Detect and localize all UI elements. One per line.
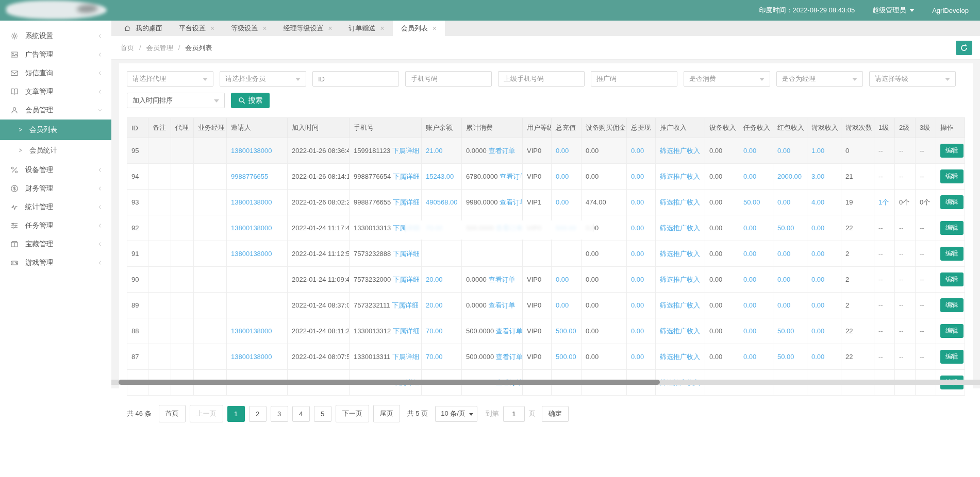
- cell-withdraw: 0.00: [627, 318, 656, 344]
- sidebar-item-2[interactable]: 短信查询: [0, 64, 111, 82]
- sidebar-subitem-1[interactable]: >会员统计: [0, 140, 111, 161]
- edit-button[interactable]: 编辑: [940, 144, 964, 158]
- tab-0[interactable]: 我的桌面: [115, 21, 171, 36]
- tab-4[interactable]: 订单赠送×: [341, 21, 393, 36]
- column-header-17: 游戏收入: [807, 118, 841, 138]
- breadcrumb-member-mgmt[interactable]: 会员管理: [146, 43, 173, 53]
- pagination-page-1[interactable]: 1: [227, 406, 245, 422]
- tab-close-icon[interactable]: ×: [328, 25, 332, 32]
- sidebar-item-4[interactable]: 会员管理: [0, 101, 111, 120]
- cell-remark: [148, 293, 171, 318]
- sidebar-item-5[interactable]: 设备管理: [0, 161, 111, 179]
- tab-close-icon[interactable]: ×: [433, 25, 437, 32]
- sidebar-item-9[interactable]: 宝藏管理: [0, 235, 111, 253]
- filter-input-2[interactable]: ID: [312, 71, 399, 87]
- sub-detail-link[interactable]: 下属详细: [393, 276, 420, 283]
- pagination-page-2[interactable]: 2: [249, 406, 267, 422]
- edit-button[interactable]: 编辑: [940, 272, 964, 286]
- sidebar-item-6[interactable]: 财务管理: [0, 179, 111, 198]
- pagination-next-button[interactable]: 下一页: [336, 405, 369, 422]
- promo-income-link[interactable]: 筛选推广收入: [660, 250, 700, 258]
- sub-detail-link[interactable]: 下属详细: [392, 353, 419, 361]
- cell-agent: [171, 344, 194, 370]
- sidebar-item-0[interactable]: 系统设置: [0, 27, 111, 45]
- edit-button[interactable]: 编辑: [940, 350, 964, 364]
- sidebar-item-8[interactable]: 任务管理: [0, 216, 111, 235]
- sidebar-item-1[interactable]: 广告管理: [0, 45, 111, 64]
- goto-confirm-button[interactable]: 确定: [542, 406, 569, 422]
- sub-detail-link[interactable]: 下属详细: [393, 173, 420, 180]
- view-orders-link[interactable]: 查看订单: [488, 147, 515, 155]
- edit-button[interactable]: 编辑: [940, 195, 964, 209]
- filter-select-6[interactable]: 是否消费: [684, 71, 770, 87]
- filter-select-8[interactable]: 请选择等级: [869, 71, 956, 87]
- edit-button[interactable]: 编辑: [940, 221, 964, 235]
- pagination-prev-button[interactable]: 上一页: [190, 405, 223, 422]
- admin-role-label: 超级管理员: [872, 6, 906, 15]
- sidebar-subitem-0[interactable]: >会员列表: [0, 120, 111, 140]
- pagination-page-5[interactable]: 5: [314, 406, 331, 422]
- view-orders-link[interactable]: 查看订单: [500, 198, 522, 206]
- sub-detail-link[interactable]: 下属详细: [393, 327, 420, 335]
- pagination-page-3[interactable]: 3: [271, 406, 288, 422]
- sort-select[interactable]: 加入时间排序: [127, 93, 225, 108]
- cell-redpacket_income: 50.00: [773, 344, 807, 370]
- server-time: 印度时间：2022-08-29 08:43:05: [759, 6, 855, 15]
- page-size-select[interactable]: 10 条/页: [435, 406, 477, 422]
- breadcrumb-home[interactable]: 首页: [121, 43, 134, 53]
- tab-1[interactable]: 平台设置×: [171, 21, 223, 36]
- filter-input-5[interactable]: 推广码: [591, 71, 677, 87]
- pagination-page-4[interactable]: 4: [292, 406, 310, 422]
- sidebar-item-3[interactable]: 文章管理: [0, 82, 111, 101]
- tab-close-icon[interactable]: ×: [262, 25, 267, 32]
- filter-select-0[interactable]: 请选择代理: [127, 71, 213, 87]
- edit-button[interactable]: 编辑: [940, 247, 964, 261]
- filter-input-4[interactable]: 上级手机号码: [498, 71, 585, 87]
- horizontal-scrollbar[interactable]: [111, 380, 980, 385]
- phone-number: 1330013312: [354, 327, 391, 335]
- sidebar-item-7[interactable]: 统计管理: [0, 198, 111, 216]
- chevron-left-icon: [97, 223, 103, 229]
- tab-5[interactable]: 会员列表×: [393, 21, 445, 36]
- edit-button[interactable]: 编辑: [940, 298, 964, 312]
- promo-income-link[interactable]: 筛选推广收入: [660, 353, 700, 361]
- filter-select-7[interactable]: 是否为经理: [776, 71, 863, 87]
- sub-detail-link[interactable]: 下属详细: [393, 250, 420, 258]
- view-orders-link[interactable]: 查看订单: [496, 353, 523, 361]
- promo-income-link[interactable]: 筛选推广收入: [660, 276, 700, 283]
- home-icon: [124, 25, 131, 32]
- view-orders-link[interactable]: 查看订单: [488, 301, 515, 309]
- scrollbar-thumb[interactable]: [119, 380, 660, 385]
- promo-income-link[interactable]: 筛选推广收入: [660, 198, 700, 206]
- promo-income-link[interactable]: 筛选推广收入: [660, 147, 700, 155]
- search-button[interactable]: 搜索: [231, 93, 270, 108]
- sub-detail-link[interactable]: 下属详细: [393, 198, 420, 206]
- promo-income-link[interactable]: 筛选推广收入: [660, 327, 700, 335]
- tab-2[interactable]: 等级设置×: [223, 21, 275, 36]
- tab-close-icon[interactable]: ×: [380, 25, 385, 32]
- sub-detail-link[interactable]: 下属详细: [392, 147, 419, 155]
- promo-income-link[interactable]: 筛选推广收入: [660, 173, 700, 180]
- admin-role-menu[interactable]: 超级管理员: [872, 6, 915, 15]
- sidebar-item-label: 文章管理: [25, 87, 90, 96]
- filter-select-1[interactable]: 请选择业务员: [220, 71, 306, 87]
- edit-button[interactable]: 编辑: [940, 324, 964, 338]
- promo-income-link[interactable]: 筛选推广收入: [660, 301, 700, 309]
- sidebar-item-10[interactable]: 游戏管理: [0, 253, 111, 272]
- cell-device_commission: 0.00: [582, 344, 627, 370]
- view-orders-link[interactable]: 查看订单: [496, 327, 523, 335]
- edit-button[interactable]: 编辑: [940, 169, 964, 183]
- phone-number: 1599181123: [354, 147, 390, 155]
- promo-income-link[interactable]: 筛选推广收入: [660, 224, 700, 232]
- sub-detail-link[interactable]: 下属详细: [392, 301, 419, 309]
- sidebar-item-label: 广告管理: [25, 50, 90, 59]
- tab-close-icon[interactable]: ×: [210, 25, 214, 32]
- pagination-first-button[interactable]: 首页: [159, 405, 186, 422]
- refresh-button[interactable]: [956, 41, 972, 55]
- filter-input-3[interactable]: 手机号码: [405, 71, 492, 87]
- view-orders-link[interactable]: 查看订单: [500, 173, 522, 180]
- tab-3[interactable]: 经理等级设置×: [275, 21, 340, 36]
- pagination-last-button[interactable]: 尾页: [373, 405, 400, 422]
- goto-page-input[interactable]: [503, 406, 525, 422]
- view-orders-link[interactable]: 查看订单: [488, 276, 515, 283]
